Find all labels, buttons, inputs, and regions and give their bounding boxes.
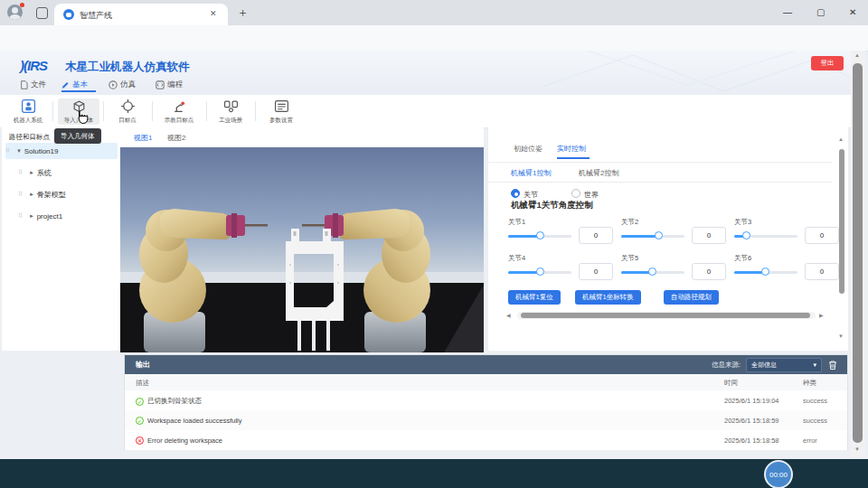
joint6-slider[interactable] <box>734 267 797 277</box>
panel-vscroll-thumb[interactable] <box>839 149 844 294</box>
sidebar-title: 路径和目标点 <box>9 133 50 142</box>
joint2-value-input[interactable] <box>692 227 726 244</box>
window-close-button[interactable]: ✕ <box>849 7 856 17</box>
slider-thumb[interactable] <box>655 231 663 239</box>
tree-item-solution19[interactable]: ⠿ ▾ Solution19 <box>5 143 118 159</box>
joint5-slider[interactable] <box>621 267 684 277</box>
joint1-group: 关节1 <box>508 218 612 250</box>
joint1-slider[interactable] <box>508 231 571 240</box>
new-tab-button[interactable]: ＋ <box>237 5 249 21</box>
joint5-value-input[interactable] <box>692 263 726 280</box>
workspaces-icon[interactable] <box>36 7 48 19</box>
joint1-value-input[interactable] <box>579 227 613 244</box>
settings-panel-icon <box>274 99 289 114</box>
menu-basic[interactable]: 基本 <box>61 80 88 90</box>
radio-joint-label: 关节 <box>524 190 538 200</box>
caret-right-icon[interactable]: ▸ <box>30 191 33 198</box>
recording-timer-overlay[interactable]: 00:00 <box>764 460 793 488</box>
slider-thumb[interactable] <box>536 231 544 239</box>
toolbar-divider <box>255 101 256 121</box>
tab-close-icon[interactable]: ✕ <box>210 9 217 18</box>
menu-simulation[interactable]: 仿真 <box>108 80 136 90</box>
tab-view2[interactable]: 视图2 <box>167 133 185 143</box>
toolbar-parameter-settings[interactable]: 参数设置 <box>260 99 302 125</box>
joint6-value-input[interactable] <box>805 263 839 280</box>
joint3-slider[interactable] <box>734 231 797 240</box>
drag-handle-icon[interactable]: ⠿ <box>18 191 23 198</box>
hscrollbar[interactable] <box>517 312 816 319</box>
window-minimize-button[interactable]: — <box>783 7 792 17</box>
3d-viewport[interactable] <box>120 147 484 352</box>
industrial-scene-icon <box>223 99 239 114</box>
browser-tab[interactable]: 智慧产线 ✕ <box>54 4 228 25</box>
app-logo: )(IRS <box>20 58 47 73</box>
logout-button[interactable]: 登出 <box>811 56 844 70</box>
toolbar-robot-system[interactable]: 机器人系统 <box>7 99 49 125</box>
joint4-value-input[interactable] <box>579 263 613 280</box>
joint2-slider[interactable] <box>621 231 684 240</box>
page-scroll-thumb[interactable] <box>853 63 863 443</box>
page-scroll-up-icon[interactable]: ▲ <box>854 52 860 58</box>
radio-world[interactable] <box>571 189 580 198</box>
output-column-header: 描述 时间 种类 <box>125 374 847 391</box>
arm1-coordinate-transform-button[interactable]: 机械臂1坐标转换 <box>575 290 641 305</box>
subtab-arm1-control[interactable]: 机械臂1控制 <box>511 168 551 178</box>
joint4-label: 关节4 <box>508 254 525 263</box>
tree-item-system[interactable]: ⠿ ▸ 系统 <box>5 164 118 181</box>
tab-realtime-control[interactable]: 实时控制 <box>557 144 586 154</box>
joint5-label: 关节5 <box>621 254 638 263</box>
hscroll-thumb[interactable] <box>521 313 810 318</box>
vscroll-up-icon[interactable]: ▲ <box>838 136 844 142</box>
toolbar-industrial-scene[interactable]: 工业场景 <box>210 99 251 125</box>
joint3-value-input[interactable] <box>805 227 839 244</box>
toolbar-target-point[interactable]: 目标点 <box>107 99 148 125</box>
import-geometry-tooltip: 导入几何体 <box>54 128 101 144</box>
drag-handle-icon[interactable]: ⠿ <box>18 212 23 220</box>
joint6-label: 关节6 <box>734 254 751 263</box>
clear-output-trash-icon[interactable] <box>827 360 838 371</box>
window-restore-button[interactable]: ▢ <box>816 7 825 17</box>
joint4-slider[interactable] <box>508 267 571 277</box>
output-row: ✓已切换到骨架状态 2025/6/1 15:19:04 success <box>125 390 847 411</box>
caret-down-icon[interactable]: ▾ <box>17 147 21 155</box>
output-row: ✓Workspace loaded successfully 2025/6/1 … <box>125 410 847 431</box>
source-select[interactable]: 全部信息 ▾ <box>746 358 822 372</box>
subtab-arm2-control[interactable]: 机械臂2控制 <box>579 168 618 178</box>
drag-handle-icon[interactable]: ⠿ <box>18 169 23 176</box>
toolbar-divider <box>152 101 153 121</box>
menu-file[interactable]: 文件 <box>20 80 46 90</box>
output-title: 输出 <box>136 360 150 370</box>
hscroll-left-icon[interactable]: ◀ <box>506 312 511 318</box>
toolbar-divider <box>206 101 207 121</box>
caret-right-icon[interactable]: ▸ <box>30 212 33 220</box>
col-type: 种类 <box>803 379 816 388</box>
tab-favicon-icon <box>63 9 74 20</box>
tab-initial-pose[interactable]: 初始位姿 <box>514 144 542 154</box>
joint3-group: 关节3 <box>734 218 838 250</box>
tree-item-project1[interactable]: ⠿ ▸ project1 <box>5 208 118 224</box>
arm1-reset-button[interactable]: 机械臂1复位 <box>508 290 561 305</box>
slider-thumb[interactable] <box>761 267 769 276</box>
hscroll-right-icon[interactable]: ▶ <box>819 312 824 318</box>
radio-joint[interactable] <box>511 189 520 198</box>
menu-programming[interactable]: 编程 <box>156 80 183 90</box>
play-circle-icon <box>108 80 118 89</box>
toolbar-teach-target[interactable]: 示教目标点 <box>156 99 203 125</box>
tree-item-skeleton-model[interactable]: ⠿ ▸ 骨架模型 <box>5 186 118 202</box>
slider-thumb[interactable] <box>536 267 544 276</box>
drag-handle-icon[interactable]: ⠿ <box>5 147 10 155</box>
app-title: 木星工业机器人仿真软件 <box>65 60 190 75</box>
page-scroll-down-icon[interactable]: ▼ <box>854 446 860 452</box>
vscroll-down-icon[interactable]: ▼ <box>838 333 844 339</box>
slider-thumb[interactable] <box>742 231 750 239</box>
joint2-group: 关节2 <box>621 218 725 250</box>
auto-path-planning-button[interactable]: 自动路径规划 <box>664 290 719 305</box>
slider-thumb[interactable] <box>648 267 656 276</box>
taskbar: ⚙ ⌃ 15:19 2025/6/1 7 <box>0 459 868 488</box>
joint4-group: 关节4 <box>508 254 612 286</box>
divider <box>488 182 832 183</box>
3d-scene <box>120 147 484 352</box>
tab-view1[interactable]: 视图1 <box>134 133 152 143</box>
output-row: ✕Error deleting workspace 2025/6/1 15:18… <box>125 430 847 451</box>
caret-right-icon[interactable]: ▸ <box>30 169 33 176</box>
